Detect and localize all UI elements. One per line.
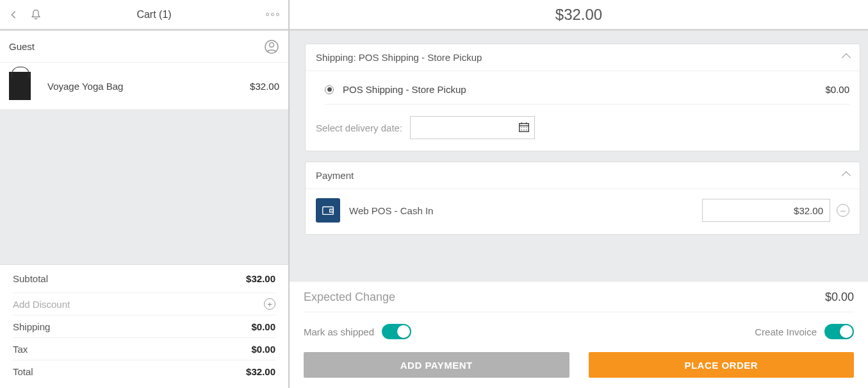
subtotal-value: $32.00 (246, 273, 275, 284)
guest-row[interactable]: Guest (0, 31, 288, 63)
payment-header-text: Payment (316, 170, 354, 181)
right-header: $32.00 (290, 0, 868, 31)
cart-item-price: $32.00 (250, 81, 279, 92)
expected-change-label: Expected Change (304, 291, 395, 304)
total-value: $32.00 (246, 366, 275, 377)
total-row: Total $32.00 (13, 360, 275, 383)
payment-method-name: Web POS - Cash In (349, 205, 702, 216)
discount-label: Add Discount (13, 299, 70, 310)
shipping-total-row: Shipping $0.00 (13, 316, 275, 338)
toggle-row: Mark as shipped Create Invoice (304, 324, 854, 339)
svg-point-8 (526, 127, 527, 128)
svg-point-7 (523, 127, 524, 128)
back-icon[interactable] (9, 10, 18, 19)
shipping-option-price: $0.00 (825, 84, 849, 95)
cart-item[interactable]: Voyage Yoga Bag $32.00 (0, 63, 288, 110)
mark-shipped-label: Mark as shipped (304, 326, 374, 337)
grand-total: $32.00 (555, 6, 602, 24)
cart-title: Cart (1) (42, 9, 266, 21)
svg-point-9 (521, 130, 522, 130)
bell-icon[interactable] (29, 8, 42, 21)
shipping-total-label: Shipping (13, 321, 50, 332)
mark-shipped-group: Mark as shipped (304, 324, 411, 339)
payment-method-row: Web POS - Cash In − (316, 198, 849, 223)
create-invoice-toggle[interactable] (824, 324, 854, 339)
svg-point-1 (270, 42, 274, 47)
shipping-panel: Shipping: POS Shipping - Store Pickup PO… (305, 44, 860, 151)
delivery-date-label: Select delivery date: (316, 122, 402, 133)
calendar-icon[interactable] (518, 121, 530, 133)
discount-row[interactable]: Add Discount + (13, 293, 275, 316)
delivery-date-row: Select delivery date: (316, 116, 849, 139)
button-row: ADD PAYMENT PLACE ORDER (304, 352, 854, 378)
payment-panel-header[interactable]: Payment (306, 162, 860, 189)
shipping-option[interactable]: POS Shipping - Store Pickup $0.00 (325, 80, 849, 105)
right-panel: $32.00 Shipping: POS Shipping - Store Pi… (290, 0, 868, 388)
guest-label: Guest (9, 41, 264, 52)
shipping-header-text: Shipping: POS Shipping - Store Pickup (316, 52, 482, 63)
shipping-total-value: $0.00 (251, 321, 275, 332)
svg-point-10 (523, 130, 524, 130)
left-panel: Cart (1) Guest Voyage Yoga Bag $32.00 Su… (0, 0, 290, 388)
left-header: Cart (1) (0, 0, 288, 31)
wallet-icon (316, 198, 340, 223)
mark-shipped-toggle[interactable] (382, 324, 411, 339)
tax-value: $0.00 (251, 344, 275, 355)
place-order-button[interactable]: PLACE ORDER (589, 352, 855, 378)
tax-row: Tax $0.00 (13, 338, 275, 360)
product-thumbnail (9, 72, 31, 100)
shipping-panel-header[interactable]: Shipping: POS Shipping - Store Pickup (306, 44, 860, 71)
expected-change-value: $0.00 (825, 291, 854, 304)
more-icon[interactable] (266, 13, 279, 16)
right-body: Shipping: POS Shipping - Store Pickup PO… (290, 31, 868, 281)
chevron-up-icon (842, 171, 851, 180)
cart-spacer (0, 110, 288, 264)
tax-label: Tax (13, 344, 28, 355)
shipping-option-name: POS Shipping - Store Pickup (343, 84, 825, 95)
expected-change-row: Expected Change $0.00 (304, 291, 854, 312)
svg-point-14 (331, 210, 332, 211)
delivery-date-input[interactable] (410, 116, 535, 139)
totals: Subtotal $32.00 Add Discount + Shipping … (0, 264, 288, 388)
add-discount-icon[interactable]: + (264, 298, 275, 310)
svg-point-11 (526, 130, 527, 130)
create-invoice-group: Create Invoice (755, 324, 854, 339)
subtotal-label: Subtotal (13, 273, 48, 284)
svg-point-6 (521, 127, 522, 128)
user-icon[interactable] (264, 39, 279, 55)
total-label: Total (13, 366, 33, 377)
radio-selected-icon[interactable] (325, 85, 334, 94)
add-payment-button[interactable]: ADD PAYMENT (304, 352, 569, 378)
remove-payment-icon[interactable]: − (837, 204, 849, 217)
subtotal-row: Subtotal $32.00 (13, 265, 275, 293)
cart-item-name: Voyage Yoga Bag (47, 81, 250, 92)
right-footer: Expected Change $0.00 Mark as shipped Cr… (290, 281, 868, 388)
payment-amount-input[interactable] (702, 199, 830, 222)
create-invoice-label: Create Invoice (755, 326, 817, 337)
chevron-up-icon (842, 53, 851, 62)
payment-panel: Payment Web POS - Cash In − (305, 162, 860, 235)
